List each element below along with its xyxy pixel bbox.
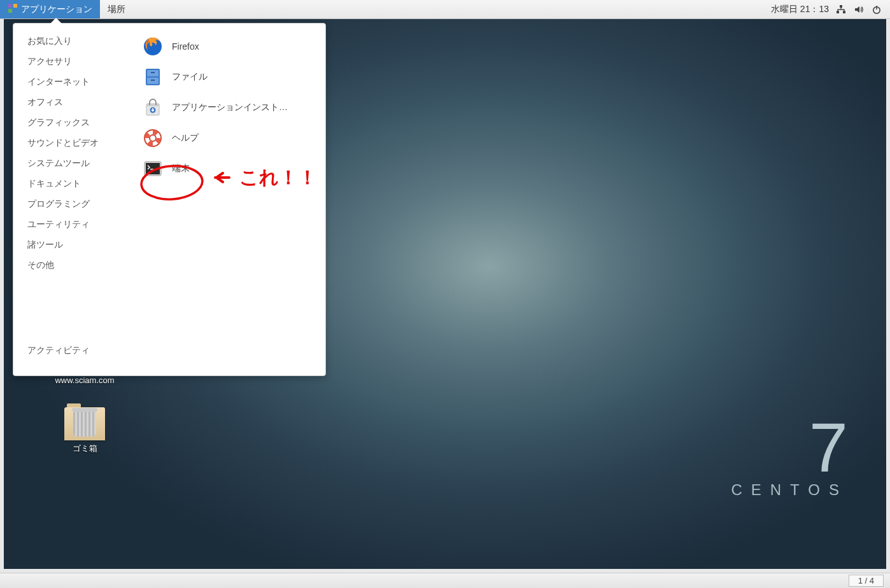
svg-point-20 [150, 135, 156, 141]
desktop-shortcut-label: www.sciam.com [50, 375, 120, 385]
folder-icon [64, 407, 105, 440]
app-label: ヘルプ [172, 132, 199, 144]
menu-category-programming[interactable]: プログラミング [13, 194, 131, 214]
menu-category-internet[interactable]: インターネット [13, 72, 131, 92]
firefox-icon [143, 36, 163, 57]
svg-rect-4 [840, 5, 842, 8]
clock[interactable]: 水曜日 21：13 [771, 4, 829, 15]
power-icon[interactable] [871, 4, 882, 15]
top-panel-right: 水曜日 21：13 [771, 0, 890, 18]
places-menu-label: 場所 [108, 4, 125, 15]
applications-menu-label: アプリケーション [21, 4, 92, 15]
app-item-files[interactable]: ファイル [131, 62, 325, 92]
desktop-trash-label: ゴミ箱 [50, 443, 120, 454]
svg-rect-17 [146, 104, 159, 106]
centos-branding: 7 CENTOS [731, 416, 848, 499]
app-item-software-install[interactable]: アプリケーションインスト… [131, 92, 325, 123]
svg-rect-14 [151, 72, 155, 73]
lifebuoy-icon [143, 128, 163, 148]
menu-category-sound-video[interactable]: サウンドとビデオ [13, 133, 131, 153]
svg-rect-0 [8, 4, 12, 8]
shopping-bag-icon [143, 97, 163, 118]
applications-menu-button[interactable]: アプリケーション [0, 0, 100, 18]
bottom-panel: 1 / 4 [0, 573, 890, 588]
menu-category-accessories[interactable]: アクセサリ [13, 52, 131, 72]
centos-name: CENTOS [731, 481, 848, 499]
app-item-firefox[interactable]: Firefox [131, 31, 325, 62]
trash-icon [73, 411, 96, 437]
menu-category-graphics[interactable]: グラフィックス [13, 113, 131, 133]
workspace-switcher[interactable]: 1 / 4 [849, 575, 884, 587]
places-menu-button[interactable]: 場所 [100, 0, 133, 18]
top-panel-left: アプリケーション 場所 [0, 0, 133, 18]
menu-category-system-tools[interactable]: システムツール [13, 153, 131, 174]
app-label: ファイル [172, 71, 208, 83]
menu-activities-button[interactable]: アクティビティ [13, 337, 131, 368]
app-label: Firefox [172, 41, 199, 52]
desktop-trash[interactable]: ゴミ箱 [50, 407, 120, 454]
desktop-shortcut-sciam[interactable]: www.sciam.com [50, 375, 120, 385]
svg-marker-7 [855, 6, 859, 13]
app-label: 端末 [172, 163, 190, 174]
terminal-icon [143, 158, 163, 179]
svg-rect-3 [13, 9, 17, 13]
app-item-help[interactable]: ヘルプ [131, 123, 325, 153]
centos-version: 7 [731, 416, 848, 479]
menu-category-documents[interactable]: ドキュメント [13, 174, 131, 194]
svg-rect-5 [837, 11, 839, 13]
svg-rect-15 [151, 80, 155, 81]
top-panel: アプリケーション 場所 水曜日 21：13 [0, 0, 890, 19]
app-label: アプリケーションインスト… [172, 102, 288, 113]
menu-category-sundry[interactable]: 諸ツール [13, 235, 131, 255]
svg-rect-1 [13, 4, 17, 8]
network-icon[interactable] [835, 4, 847, 15]
menu-category-favorites[interactable]: お気に入り [13, 31, 131, 52]
menu-categories: お気に入り アクセサリ インターネット オフィス グラフィックス サウンドとビデ… [13, 24, 131, 375]
applications-menu-popup: お気に入り アクセサリ インターネット オフィス グラフィックス サウンドとビデ… [13, 23, 326, 376]
volume-icon[interactable] [853, 4, 865, 15]
menu-category-other[interactable]: その他 [13, 255, 131, 276]
menu-category-utilities[interactable]: ユーティリティ [13, 214, 131, 235]
menu-category-office[interactable]: オフィス [13, 92, 131, 113]
file-cabinet-icon [143, 67, 163, 87]
app-item-terminal[interactable]: 端末 [131, 153, 325, 184]
svg-rect-6 [843, 11, 845, 13]
centos-menu-icon [8, 3, 18, 15]
menu-app-list: Firefox ファイル [131, 24, 325, 375]
svg-rect-2 [8, 9, 12, 13]
